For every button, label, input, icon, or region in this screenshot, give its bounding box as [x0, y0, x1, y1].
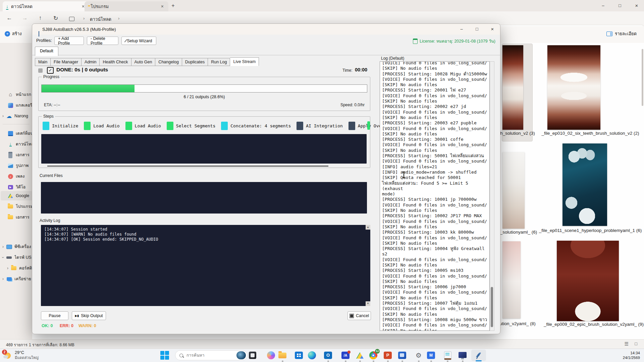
breadcrumb[interactable]: ดาวน์โหลด [90, 16, 111, 23]
chevron-right-icon[interactable]: › [5, 266, 11, 270]
file-caption[interactable]: _file_ep010_02_six_teeth_brush_solution_… [537, 131, 644, 136]
tab-admin[interactable]: Admin [82, 58, 100, 66]
sidebar-item-documents-folder[interactable]: เอกสาร [0, 213, 32, 222]
activity-log-scrollbar[interactable]: ▲ ▼ [366, 225, 370, 306]
explorer-tab-programs[interactable]: โปรแกรม × [85, 1, 168, 11]
sidebar-item-downloads[interactable]: ↓ดาวน์โหลด [0, 139, 32, 149]
sidebar-item-gallery[interactable]: แกลเลอรี [0, 101, 32, 110]
file-caption[interactable]: _file_ep011_scene1_hyperloop_problemyaml… [537, 228, 644, 233]
sidebar-item-google-drive[interactable]: Google [0, 191, 32, 200]
explorer-vertical-scrollbar[interactable] [642, 49, 643, 106]
pause-button[interactable]: Pause [41, 311, 68, 320]
weather-widget[interactable]: 2 29°C มีแดดส่วนใหญ่ [3, 350, 39, 360]
ai-app-icon[interactable]: /A [341, 351, 350, 360]
google-drive-icon[interactable] [355, 351, 365, 360]
explorer-minimize-button[interactable]: – [596, 1, 610, 10]
file-explorer-icon[interactable] [278, 351, 287, 360]
pc-app-icon[interactable] [458, 351, 467, 360]
scroll-down-icon[interactable]: ▼ [366, 301, 370, 306]
delete-profile-button[interactable]: - Delete Profile [87, 37, 118, 45]
sidebar-item-music[interactable]: ♪เพลง [0, 172, 32, 181]
sidebar-item-videos[interactable]: ▶วิดีโอ [0, 182, 32, 192]
sidebar-item-pictures[interactable]: รูปภาพ [0, 161, 32, 170]
notepad-icon[interactable] [443, 351, 452, 360]
file-caption[interactable]: _solutionyaml_ (6) [498, 230, 539, 235]
app-close-button[interactable]: × [485, 24, 500, 35]
new-button[interactable]: + สร้าง [5, 30, 22, 37]
back-icon[interactable]: ← [5, 15, 13, 21]
search-highlight-image[interactable] [236, 351, 246, 359]
tab-file-manager[interactable]: File Manager [51, 58, 82, 66]
taskbar-search[interactable] [175, 350, 248, 360]
file-caption[interactable]: ution_v2yaml_ (8) [496, 321, 539, 326]
chevron-right-icon[interactable]: › [0, 114, 6, 118]
thumbnail-view-icon[interactable]: □ [635, 341, 637, 346]
powerpoint-icon[interactable]: P [383, 351, 392, 360]
sidebar-item-usb-drive[interactable]: › ไดรฟ์ US [0, 253, 32, 262]
tab-duplicates[interactable]: Duplicates [182, 58, 208, 66]
profile-tab-default[interactable]: Default [35, 47, 58, 56]
sidebar-item-documents[interactable]: เอกสาร [0, 150, 32, 160]
app-title-bar[interactable]: SJ88 AutoBatch v26.5.3 (Multi-Profile) –… [32, 24, 500, 35]
details-button[interactable]: รายละเอียด [606, 30, 637, 37]
settings-gear-icon[interactable]: ⚙ [414, 351, 423, 360]
skip-output-button[interactable]: ▶▮ Skip Output [72, 311, 106, 320]
explorer-close-button[interactable]: × [629, 1, 644, 10]
sidebar-item-network[interactable]: › เครือข่าย [0, 274, 32, 284]
sidebar-item-onedrive[interactable]: › ☁Narong [0, 111, 32, 121]
tab-run-log[interactable]: Run Log [208, 58, 230, 66]
setup-wizard-button[interactable]: Setup Wizard [121, 37, 156, 45]
stop-button[interactable] [38, 68, 43, 73]
add-profile-button[interactable]: + Add Profile [54, 37, 84, 45]
edge-icon[interactable] [307, 351, 317, 360]
file-thumbnail[interactable] [557, 241, 619, 321]
chrome-icon[interactable]: SJ [369, 351, 378, 360]
sidebar-item-this-pc[interactable]: › พีซีเครื่อง [0, 242, 32, 251]
details-view-icon[interactable]: ☰ [624, 341, 629, 347]
explorer-maximize-button[interactable]: □ [612, 1, 627, 10]
file-thumbnail[interactable] [502, 241, 521, 318]
refresh-icon[interactable]: ↻ [52, 15, 60, 22]
app-maximize-button[interactable]: □ [469, 24, 485, 35]
file-caption[interactable]: h_solution_v2 (3) [498, 131, 537, 136]
log-vertical-scrollbar[interactable] [490, 61, 494, 331]
up-icon[interactable]: ↑ [36, 15, 44, 21]
m-app-icon[interactable]: M [426, 351, 436, 360]
log-panel[interactable]: [VOICE] Found 0 files in vdo_long_sound/… [380, 61, 490, 331]
cancel-button[interactable]: Cancel [347, 311, 371, 320]
task-view-icon[interactable] [248, 351, 257, 360]
snipping-app-icon[interactable] [397, 351, 407, 360]
file-thumbnail[interactable] [562, 143, 607, 226]
log-scrollbar-thumb[interactable] [491, 287, 493, 327]
done-checkbox[interactable]: ✓ [47, 67, 54, 74]
new-tab-button[interactable]: + [170, 2, 176, 9]
taskbar-search-input[interactable] [186, 353, 234, 358]
microsoft-store-icon[interactable] [294, 351, 304, 360]
sidebar-item-course-folder[interactable]: › คอร์สติ [0, 263, 32, 273]
chevron-right-icon[interactable]: › [0, 277, 6, 281]
forward-icon[interactable]: → [21, 15, 29, 21]
tab-changelog[interactable]: Changelog [155, 58, 182, 66]
tab-auto-gen[interactable]: Auto Gen [131, 58, 156, 66]
sidebar-item-desktop[interactable]: เดสก์ท็อป [0, 129, 32, 138]
chevron-right-icon[interactable]: › [0, 244, 6, 249]
tab-live-stream[interactable]: Live Stream [230, 57, 259, 66]
explorer-tab-downloads[interactable]: ↓ ดาวน์โหลด × [3, 1, 89, 11]
outlook-icon[interactable]: O [323, 351, 333, 360]
file-caption[interactable]: _file_ep009_02_epic_brush_solution_v2yam… [537, 322, 644, 327]
app-minimize-button[interactable]: – [454, 24, 469, 35]
tab-main[interactable]: Main [35, 58, 51, 66]
file-thumbnail[interactable] [502, 45, 523, 130]
file-thumbnail[interactable] [502, 152, 525, 229]
start-button[interactable] [160, 351, 169, 360]
tab-health-check[interactable]: Health Check [100, 58, 131, 66]
sidebar-item-home[interactable]: ⌂หน้าแรก [0, 90, 32, 99]
steps-horizontal-scrollbar[interactable] [47, 166, 328, 167]
chevron-down-icon[interactable]: › [1, 254, 5, 260]
taskbar-clock[interactable]: 14:34 24/1/2569 [623, 351, 640, 360]
sidebar-item-programs[interactable]: โปรแกรม [0, 202, 32, 211]
activity-log-box[interactable]: [14:34:07] Session started[14:34:07] [WA… [41, 225, 370, 306]
file-thumbnail[interactable] [547, 45, 600, 130]
copilot-icon[interactable] [266, 351, 276, 360]
python-app-active-button[interactable] [471, 350, 486, 361]
